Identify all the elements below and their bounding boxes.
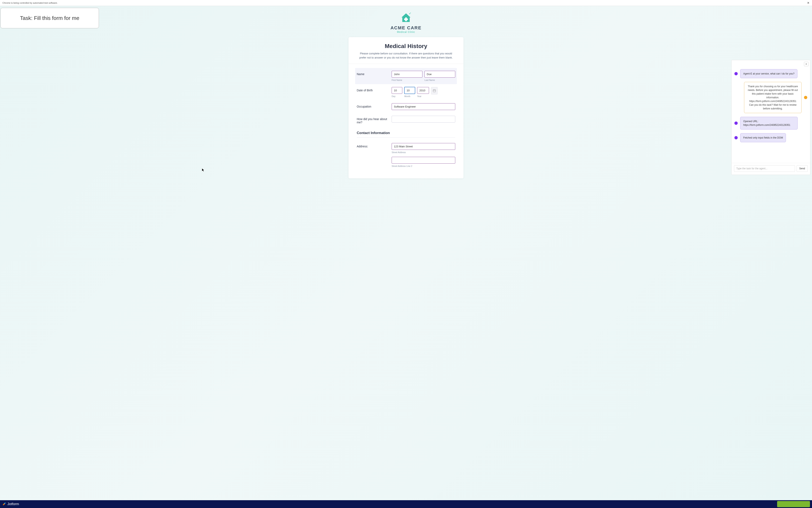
chat-close-button[interactable]: X (804, 62, 809, 66)
chat-message-row: Opened URL: https://form.jotform.com/240… (734, 117, 807, 129)
street-address-input[interactable] (392, 143, 455, 150)
agent-avatar-icon (734, 72, 738, 75)
svg-point-2 (409, 13, 410, 14)
svg-rect-1 (404, 18, 408, 20)
row-hear-about: How did you hear about me? (355, 113, 457, 127)
task-overlay: Task: Fill this form for me (0, 8, 99, 28)
street-address-sublabel: Street Address (392, 151, 455, 154)
brand-name: ACME CARE (0, 25, 812, 31)
row-dob: Date of Birth Day Month Year (355, 84, 457, 100)
dob-day-sublabel: Day (392, 95, 402, 97)
occupation-input[interactable] (392, 103, 455, 110)
chat-bubble: Agent-E at your service, what can I do f… (740, 69, 798, 78)
chat-message-row: Thank you for choosing us for your healt… (734, 82, 807, 113)
dob-year-input[interactable] (417, 87, 429, 94)
chat-bubble: Opened URL: https://form.jotform.com/240… (740, 117, 798, 129)
dob-label: Date of Birth (357, 87, 392, 92)
name-label: Name (357, 71, 392, 76)
chat-message-row: Fetched only input fields in the DOM (734, 133, 807, 142)
hear-label: How did you hear about me? (357, 116, 392, 124)
chat-message-row: Agent-E at your service, what can I do f… (734, 69, 807, 78)
first-name-input[interactable] (392, 71, 422, 78)
form-title: Medical History (357, 43, 455, 49)
occupation-label: Occupation (357, 103, 392, 108)
contact-heading: Contact Information (355, 127, 457, 136)
chat-input[interactable] (734, 165, 795, 172)
first-name-sublabel: First Name (392, 79, 422, 81)
footer-bar: Jotform (0, 500, 812, 508)
chat-panel: X Agent-E at your service, what can I do… (731, 60, 810, 175)
user-avatar-icon (804, 96, 807, 99)
form-description: Please complete before our consultation.… (357, 51, 455, 59)
row-occupation: Occupation (355, 100, 457, 113)
dob-month-sublabel: Month (404, 95, 415, 97)
jotform-logo[interactable]: Jotform (2, 502, 19, 506)
form-header: Medical History Please complete before o… (348, 37, 464, 64)
page-content: ACME CARE Medical Clinic Medical History… (0, 6, 812, 508)
agent-avatar-icon (734, 122, 738, 125)
address-label: Address: (357, 143, 392, 148)
row-name: Name First Name Last Name (355, 68, 457, 84)
svg-point-3 (410, 13, 411, 13)
calendar-icon[interactable] (431, 87, 438, 94)
chat-footer: Send (731, 163, 810, 175)
house-cross-icon (400, 12, 412, 23)
chat-body: Agent-E at your service, what can I do f… (731, 60, 810, 163)
brand-subtitle: Medical Clinic (0, 31, 812, 34)
dob-day-input[interactable] (392, 87, 402, 94)
jotform-brand-text: Jotform (7, 502, 19, 506)
last-name-input[interactable] (424, 71, 455, 78)
close-icon[interactable]: ✕ (807, 1, 810, 4)
agent-avatar-icon (734, 136, 738, 139)
brand-logo-block: ACME CARE Medical Clinic (0, 6, 812, 35)
dob-month-input[interactable] (404, 87, 415, 94)
section-divider (357, 137, 455, 138)
chat-bubble: Thank you for choosing us for your healt… (744, 82, 802, 113)
svg-rect-4 (433, 90, 435, 92)
footer-action-button[interactable] (777, 501, 810, 507)
street-address-2-input[interactable] (392, 157, 455, 164)
task-overlay-text: Task: Fill this form for me (20, 15, 79, 22)
dob-year-sublabel: Year (417, 95, 429, 97)
form-body: Name First Name Last Name Date of Birth (348, 64, 464, 170)
automation-notice-text: Chrome is being controlled by automated … (2, 2, 58, 4)
last-name-sublabel: Last Name (424, 79, 455, 81)
jotform-pencil-icon (2, 502, 6, 506)
street-address-2-sublabel: Street Address Line 2 (392, 165, 455, 167)
row-address: Address: Street Address Street Address L… (355, 140, 457, 170)
automation-notice-bar: Chrome is being controlled by automated … (0, 0, 812, 6)
form-card: Medical History Please complete before o… (348, 37, 464, 178)
hear-about-input[interactable] (392, 116, 455, 123)
send-button[interactable]: Send (797, 165, 808, 172)
chat-bubble: Fetched only input fields in the DOM (740, 133, 786, 142)
